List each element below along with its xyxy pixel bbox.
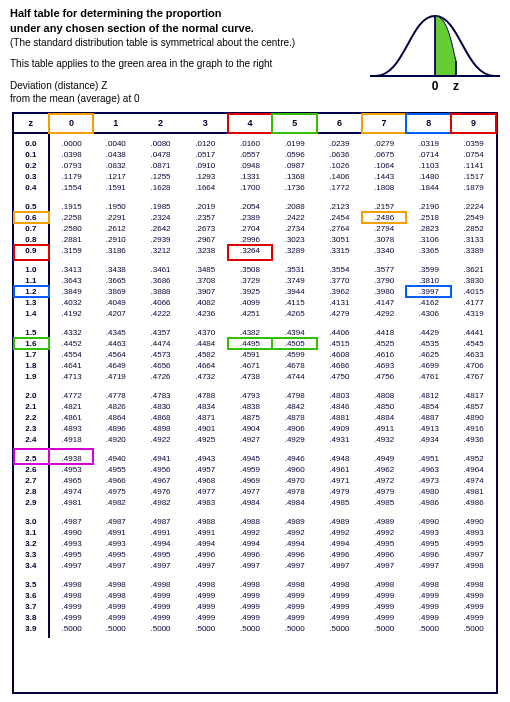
cell: .0120 <box>183 133 228 149</box>
cell: .3686 <box>138 275 183 286</box>
cell: .2486 <box>362 212 407 223</box>
cell: .4099 <box>228 297 273 308</box>
cell: .4974 <box>49 486 94 497</box>
cell: .1736 <box>272 182 317 197</box>
cell: .4744 <box>272 371 317 386</box>
cell: .4998 <box>451 575 496 590</box>
cell: .4964 <box>451 464 496 475</box>
cell: .4966 <box>93 475 138 486</box>
cell: .4995 <box>138 549 183 560</box>
cell: .4706 <box>451 360 496 371</box>
cell: .4898 <box>138 423 183 434</box>
cell: .4996 <box>317 549 362 560</box>
cell: .3389 <box>451 245 496 260</box>
cell: .4554 <box>49 349 94 360</box>
cell: .4834 <box>183 401 228 412</box>
cell: .4875 <box>228 412 273 423</box>
cell: .4999 <box>451 612 496 623</box>
cell: .4940 <box>93 449 138 464</box>
cell: .4979 <box>362 486 407 497</box>
cell: .4887 <box>406 412 451 423</box>
cell: .4306 <box>406 308 451 323</box>
cell: .4686 <box>317 360 362 371</box>
cell: .4370 <box>183 323 228 338</box>
cell: .3315 <box>317 245 362 260</box>
cell: .0557 <box>228 149 273 160</box>
cell: .4678 <box>272 360 317 371</box>
cell: .4713 <box>49 371 94 386</box>
cell: .4999 <box>272 590 317 601</box>
cell: .4973 <box>406 475 451 486</box>
cell: .0398 <box>49 149 94 160</box>
cell: .3997 <box>406 286 451 297</box>
cell: .4968 <box>183 475 228 486</box>
cell: .2939 <box>138 234 183 245</box>
cell: .4999 <box>406 612 451 623</box>
cell: .3944 <box>272 286 317 297</box>
cell: .1064 <box>362 160 407 171</box>
cell: .4890 <box>451 412 496 423</box>
cell: .4990 <box>451 512 496 527</box>
cell: .2123 <box>317 197 362 212</box>
cell: .5000 <box>183 623 228 638</box>
row-header: 1.2 <box>14 286 49 297</box>
cell: .0596 <box>272 149 317 160</box>
col-header-0: 0 <box>49 114 94 133</box>
row-header: 2.8 <box>14 486 49 497</box>
cell: .4982 <box>93 497 138 512</box>
cell: .4931 <box>317 434 362 449</box>
cell: .4952 <box>451 449 496 464</box>
cell: .4656 <box>138 360 183 371</box>
cell: .4999 <box>406 590 451 601</box>
row-header: 2.4 <box>14 434 49 449</box>
cell: .1517 <box>451 171 496 182</box>
cell: .4406 <box>317 323 362 338</box>
cell: .4463 <box>93 338 138 349</box>
cell: .3340 <box>362 245 407 260</box>
cell: .1950 <box>93 197 138 212</box>
cell: .3888 <box>138 286 183 297</box>
cell: .4967 <box>138 475 183 486</box>
col-header-4: 4 <box>228 114 273 133</box>
cell: .4916 <box>451 423 496 434</box>
row-header: 1.5 <box>14 323 49 338</box>
col-header-6: 6 <box>317 114 362 133</box>
cell: .2389 <box>228 212 273 223</box>
row-header: 2.2 <box>14 412 49 423</box>
cell: .1026 <box>317 160 362 171</box>
cell: .4913 <box>406 423 451 434</box>
row-header: 3.4 <box>14 560 49 575</box>
cell: .4999 <box>138 590 183 601</box>
cell: .4418 <box>362 323 407 338</box>
cell: .4999 <box>49 612 94 623</box>
cell: .0160 <box>228 133 273 149</box>
cell: .2823 <box>406 223 451 234</box>
row-header: 0.3 <box>14 171 49 182</box>
cell: .4983 <box>183 497 228 512</box>
cell: .4998 <box>93 590 138 601</box>
cell: .2518 <box>406 212 451 223</box>
cell: .4995 <box>362 538 407 549</box>
cell: .2673 <box>183 223 228 234</box>
cell: .4649 <box>93 360 138 371</box>
cell: .0517 <box>183 149 228 160</box>
cell: .4906 <box>272 423 317 434</box>
cell: .3461 <box>138 260 183 275</box>
row-header: 3.9 <box>14 623 49 638</box>
z-table: z01234567890.0.0000.0040.0080.0120.0160.… <box>12 112 498 694</box>
cell: .4998 <box>138 575 183 590</box>
cell: .4871 <box>183 412 228 423</box>
cell: .4846 <box>317 401 362 412</box>
cell: .4999 <box>317 590 362 601</box>
row-header: 3.5 <box>14 575 49 590</box>
cell: .2704 <box>228 223 273 234</box>
cell: .4484 <box>183 338 228 349</box>
cell: .0754 <box>451 149 496 160</box>
cell: .4441 <box>451 323 496 338</box>
cell: .4999 <box>93 612 138 623</box>
cell: .4962 <box>362 464 407 475</box>
cell: .0675 <box>362 149 407 160</box>
cell: .2794 <box>362 223 407 234</box>
cell: .4821 <box>49 401 94 412</box>
cell: .4994 <box>138 538 183 549</box>
